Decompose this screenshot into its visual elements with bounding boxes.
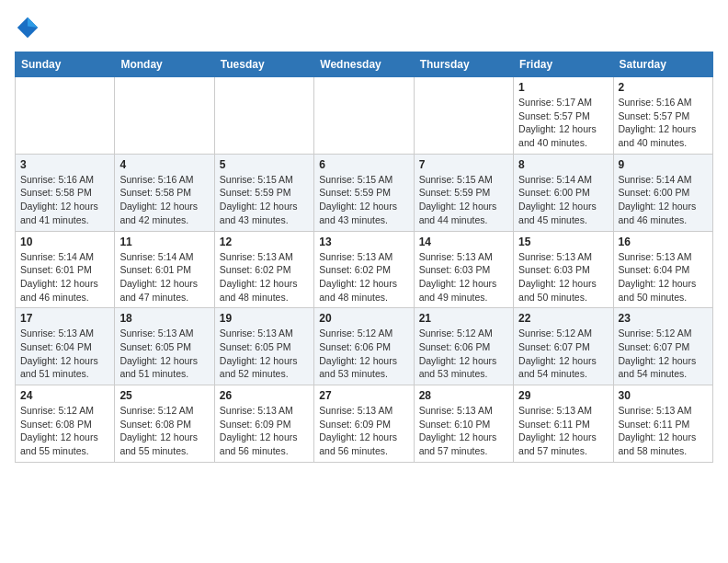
day-number: 27 [319, 389, 408, 402]
day-info: Sunrise: 5:13 AM Sunset: 6:05 PM Dayligh… [220, 327, 309, 381]
day-info: Sunrise: 5:12 AM Sunset: 6:08 PM Dayligh… [119, 404, 209, 458]
calendar-day-header: Monday [115, 52, 214, 77]
calendar-day-header: Sunday [16, 52, 115, 77]
day-number: 14 [419, 236, 508, 248]
day-info: Sunrise: 5:16 AM Sunset: 5:57 PM Dayligh… [619, 96, 708, 150]
day-number: 7 [419, 158, 508, 171]
logo [15, 15, 44, 40]
calendar-week-row: 17Sunrise: 5:13 AM Sunset: 6:04 PM Dayli… [16, 308, 713, 385]
day-number: 2 [619, 81, 708, 94]
day-info: Sunrise: 5:14 AM Sunset: 6:01 PM Dayligh… [20, 250, 109, 304]
calendar-cell: 10Sunrise: 5:14 AM Sunset: 6:01 PM Dayli… [16, 231, 115, 308]
day-info: Sunrise: 5:15 AM Sunset: 5:59 PM Dayligh… [419, 173, 508, 227]
day-number: 25 [119, 389, 209, 402]
logo-icon [15, 15, 40, 40]
calendar-cell: 18Sunrise: 5:13 AM Sunset: 6:05 PM Dayli… [115, 308, 214, 385]
calendar-week-row: 10Sunrise: 5:14 AM Sunset: 6:01 PM Dayli… [16, 231, 713, 308]
day-info: Sunrise: 5:16 AM Sunset: 5:58 PM Dayligh… [20, 173, 109, 227]
calendar-cell: 9Sunrise: 5:14 AM Sunset: 6:00 PM Daylig… [613, 154, 712, 231]
day-info: Sunrise: 5:13 AM Sunset: 6:03 PM Dayligh… [419, 250, 508, 304]
day-number: 21 [419, 312, 508, 325]
day-number: 30 [619, 389, 708, 402]
calendar-day-header: Saturday [613, 52, 712, 77]
calendar-cell [214, 77, 313, 155]
day-info: Sunrise: 5:15 AM Sunset: 5:59 PM Dayligh… [319, 173, 408, 227]
calendar-cell: 16Sunrise: 5:13 AM Sunset: 6:04 PM Dayli… [613, 231, 712, 308]
day-number: 19 [220, 312, 309, 325]
day-info: Sunrise: 5:14 AM Sunset: 6:01 PM Dayligh… [119, 250, 209, 304]
day-number: 20 [319, 312, 408, 325]
calendar-week-row: 1Sunrise: 5:17 AM Sunset: 5:57 PM Daylig… [16, 77, 713, 155]
day-number: 17 [20, 312, 109, 325]
day-info: Sunrise: 5:14 AM Sunset: 6:00 PM Dayligh… [518, 173, 608, 227]
calendar-cell: 14Sunrise: 5:13 AM Sunset: 6:03 PM Dayli… [414, 231, 513, 308]
day-number: 23 [619, 312, 708, 325]
calendar-cell: 24Sunrise: 5:12 AM Sunset: 6:08 PM Dayli… [16, 385, 115, 463]
day-info: Sunrise: 5:16 AM Sunset: 5:58 PM Dayligh… [119, 173, 209, 227]
day-info: Sunrise: 5:13 AM Sunset: 6:10 PM Dayligh… [419, 404, 508, 458]
day-number: 24 [20, 389, 109, 402]
calendar-cell: 17Sunrise: 5:13 AM Sunset: 6:04 PM Dayli… [16, 308, 115, 385]
day-info: Sunrise: 5:17 AM Sunset: 5:57 PM Dayligh… [518, 96, 608, 150]
calendar-cell [115, 77, 214, 155]
calendar-cell: 29Sunrise: 5:13 AM Sunset: 6:11 PM Dayli… [514, 385, 613, 463]
calendar-cell [414, 77, 513, 155]
day-info: Sunrise: 5:13 AM Sunset: 6:09 PM Dayligh… [220, 404, 309, 458]
calendar-cell: 30Sunrise: 5:13 AM Sunset: 6:11 PM Dayli… [613, 385, 712, 463]
day-number: 4 [119, 158, 209, 171]
calendar-cell: 5Sunrise: 5:15 AM Sunset: 5:59 PM Daylig… [214, 154, 313, 231]
day-number: 3 [20, 158, 109, 171]
calendar-cell: 15Sunrise: 5:13 AM Sunset: 6:03 PM Dayli… [514, 231, 613, 308]
day-info: Sunrise: 5:13 AM Sunset: 6:03 PM Dayligh… [518, 250, 608, 304]
calendar-day-header: Friday [514, 52, 613, 77]
day-number: 15 [518, 236, 608, 248]
calendar-cell: 1Sunrise: 5:17 AM Sunset: 5:57 PM Daylig… [514, 77, 613, 155]
calendar-cell: 8Sunrise: 5:14 AM Sunset: 6:00 PM Daylig… [514, 154, 613, 231]
day-info: Sunrise: 5:14 AM Sunset: 6:00 PM Dayligh… [619, 173, 708, 227]
calendar-cell: 26Sunrise: 5:13 AM Sunset: 6:09 PM Dayli… [214, 385, 313, 463]
day-number: 13 [319, 236, 408, 248]
day-number: 26 [220, 389, 309, 402]
calendar-cell: 13Sunrise: 5:13 AM Sunset: 6:02 PM Dayli… [314, 231, 414, 308]
calendar-week-row: 3Sunrise: 5:16 AM Sunset: 5:58 PM Daylig… [16, 154, 713, 231]
day-number: 9 [619, 158, 708, 171]
calendar-cell: 28Sunrise: 5:13 AM Sunset: 6:10 PM Dayli… [414, 385, 513, 463]
calendar-table: SundayMondayTuesdayWednesdayThursdayFrid… [15, 52, 713, 463]
day-number: 6 [319, 158, 408, 171]
calendar-cell [16, 77, 115, 155]
calendar-cell: 2Sunrise: 5:16 AM Sunset: 5:57 PM Daylig… [613, 77, 712, 155]
calendar-week-row: 24Sunrise: 5:12 AM Sunset: 6:08 PM Dayli… [16, 385, 713, 463]
calendar-cell [314, 77, 414, 155]
calendar-cell: 25Sunrise: 5:12 AM Sunset: 6:08 PM Dayli… [115, 385, 214, 463]
day-info: Sunrise: 5:13 AM Sunset: 6:05 PM Dayligh… [119, 327, 209, 381]
day-info: Sunrise: 5:15 AM Sunset: 5:59 PM Dayligh… [220, 173, 309, 227]
day-number: 8 [518, 158, 608, 171]
day-info: Sunrise: 5:13 AM Sunset: 6:09 PM Dayligh… [319, 404, 408, 458]
calendar-header-row: SundayMondayTuesdayWednesdayThursdayFrid… [16, 52, 713, 77]
svg-marker-1 [28, 17, 38, 28]
calendar-day-header: Tuesday [214, 52, 313, 77]
day-info: Sunrise: 5:13 AM Sunset: 6:11 PM Dayligh… [518, 404, 608, 458]
day-info: Sunrise: 5:12 AM Sunset: 6:07 PM Dayligh… [518, 327, 608, 381]
day-number: 5 [220, 158, 309, 171]
day-info: Sunrise: 5:13 AM Sunset: 6:11 PM Dayligh… [619, 404, 708, 458]
calendar-cell: 6Sunrise: 5:15 AM Sunset: 5:59 PM Daylig… [314, 154, 414, 231]
calendar-day-header: Wednesday [314, 52, 414, 77]
day-number: 18 [119, 312, 209, 325]
calendar-cell: 7Sunrise: 5:15 AM Sunset: 5:59 PM Daylig… [414, 154, 513, 231]
day-info: Sunrise: 5:13 AM Sunset: 6:04 PM Dayligh… [20, 327, 109, 381]
day-number: 1 [518, 81, 608, 94]
calendar-cell: 12Sunrise: 5:13 AM Sunset: 6:02 PM Dayli… [214, 231, 313, 308]
calendar-cell: 23Sunrise: 5:12 AM Sunset: 6:07 PM Dayli… [613, 308, 712, 385]
day-info: Sunrise: 5:13 AM Sunset: 6:02 PM Dayligh… [220, 250, 309, 304]
calendar-cell: 11Sunrise: 5:14 AM Sunset: 6:01 PM Dayli… [115, 231, 214, 308]
day-info: Sunrise: 5:13 AM Sunset: 6:02 PM Dayligh… [319, 250, 408, 304]
calendar-cell: 21Sunrise: 5:12 AM Sunset: 6:06 PM Dayli… [414, 308, 513, 385]
calendar-cell: 22Sunrise: 5:12 AM Sunset: 6:07 PM Dayli… [514, 308, 613, 385]
day-info: Sunrise: 5:12 AM Sunset: 6:06 PM Dayligh… [419, 327, 508, 381]
day-number: 11 [119, 236, 209, 248]
calendar-cell: 4Sunrise: 5:16 AM Sunset: 5:58 PM Daylig… [115, 154, 214, 231]
day-info: Sunrise: 5:12 AM Sunset: 6:08 PM Dayligh… [20, 404, 109, 458]
day-info: Sunrise: 5:12 AM Sunset: 6:07 PM Dayligh… [619, 327, 708, 381]
day-info: Sunrise: 5:12 AM Sunset: 6:06 PM Dayligh… [319, 327, 408, 381]
